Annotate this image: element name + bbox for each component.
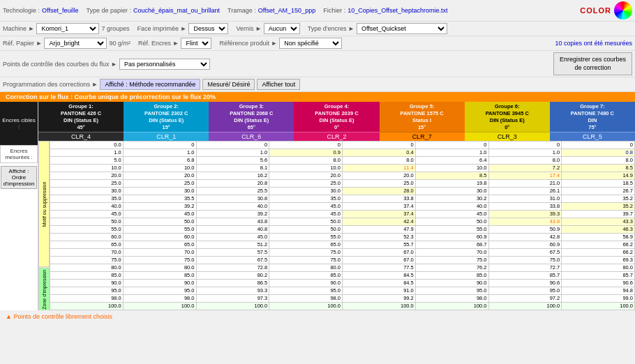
group5-header: Groupe 5:PANTONE 1575 CStatus I15° [380, 102, 465, 132]
group2-header: Groupe 2:PANTONE 2302 CDIN (Status E)15° [124, 102, 209, 132]
table-row: 60.0 60.0 45.0 55.0 52.3 60.9 42.8 58.9 [50, 234, 635, 241]
table-row: 75.0 75.0 67.5 75.0 67.0 75.0 75.0 69.3 [50, 257, 635, 264]
group3-header: Groupe 3:PANTONE 2068 CDIN (Status E)65° [209, 102, 294, 132]
points-label: Points de contrôle des courbes du flux ► [3, 61, 117, 68]
color-groups-row: Groupe 1:PANTONE 426 CDIN (Status E)45° … [38, 102, 635, 141]
data-table-wrapper: 0.0 0 0 0 0 0 0 0 1.0 [50, 141, 635, 310]
group-3: Groupe 3:PANTONE 2068 CDIN (Status E)65°… [209, 102, 294, 141]
table-row: 90.0 90.0 86.5 90.0 84.5 90.0 90.6 90.6 [50, 280, 635, 287]
face-label: Face imprimée ► [137, 25, 186, 32]
prog-label: Programmation des corrections ► [3, 81, 98, 88]
bottom-note: ▲ Points de contrôle librement choisis [0, 310, 635, 323]
technologie-value: Offset_feuille [42, 7, 78, 14]
main-container: Technologie : Offset_feuille Type de pap… [0, 0, 635, 323]
group-4: Groupe 4:PANTONE 2039 CDIN (Status E)0° … [294, 102, 379, 141]
group-2: Groupe 2:PANTONE 2302 CDIN (Status E)15°… [124, 102, 209, 141]
group7-header: Groupe 7:PANTONE 7480 CDIN75° [550, 102, 635, 132]
ref-encres-select[interactable]: Flint [181, 38, 211, 49]
bottom-note-text: ▲ Points de contrôle librement choisis [6, 313, 112, 320]
group-1: Groupe 1:PANTONE 426 CDIN (Status E)45° … [38, 102, 124, 141]
fichier-value: 10_Copies_Offset_heptachromie.txt [348, 7, 447, 14]
save-button[interactable]: Enregistrer ces courbes de correction [553, 52, 632, 75]
table-row: 98.0 98.0 97.3 98.0 99.2 98.0 97.2 99.0 [50, 295, 635, 303]
type-papier-label: Type de papier : [86, 7, 131, 14]
zone-label: Zone d'impression [38, 268, 50, 311]
group3-clr: CLR_6 [209, 132, 294, 141]
color-logo [614, 1, 632, 20]
machine-label: Machine ► [3, 25, 34, 32]
table-row: 35.0 35.5 30.8 35.0 33.8 30.2 31.0 35.2 [50, 195, 635, 203]
header-row2: Machine ► Komori_1 7 groupes Face imprim… [0, 22, 635, 36]
table-row: 45.0 45.0 39.2 45.0 37.4 45.0 39.3 39.7 [50, 211, 635, 218]
header-row3: Réf. Papier ► Arjo_bright 90 g/m² Réf. E… [0, 36, 635, 51]
group4-header: Groupe 4:PANTONE 2039 CDIN (Status E)0° [294, 102, 379, 132]
ref-encres-label: Réf. Encres ► [138, 40, 179, 47]
ref-produit-label: Référence produit ► [219, 40, 277, 47]
group7-clr: CLR_5 [550, 132, 635, 141]
group-6: Groupe 6:PANTONE 3945 CDIN (Status E)0° … [465, 102, 550, 141]
ref-produit-select[interactable]: Non spécifié [279, 38, 342, 49]
header: Technologie : Offset_feuille Type de pap… [0, 0, 635, 92]
copies-msg: 10 copies ont été mesurées [555, 40, 632, 47]
affiche-method-button[interactable]: Affiché : Méthode recommandée [100, 79, 200, 90]
table-row: 70.0 70.0 57.5 75.0 67.0 70.0 67.5 66.2 [50, 249, 635, 257]
table-row: 20.0 20.0 16.2 20.0 20.0 8.5 17.4 14.9 [50, 172, 635, 180]
group6-clr: CLR_3 [465, 132, 550, 141]
table-row: 10.0 10.0 8.1 10.0 11.4 10.0 7.2 8.5 [50, 165, 635, 172]
vernis-select[interactable]: Aucun [264, 23, 300, 34]
table-row: 55.0 55.0 40.8 50.0 47.9 55.0 50.9 46.3 [50, 226, 635, 234]
left-labels: Encres cibles : Encres mesurées : Affich… [0, 102, 38, 310]
group-5: Groupe 5:PANTONE 1575 CStatus I15° CLR_7 [380, 102, 465, 141]
table-row: 80.0 80.0 72.8 80.0 77.5 76.2 72.7 80.0 [50, 264, 635, 272]
encres-cibles-label: Encres cibles : [0, 102, 38, 145]
table-row: 95.0 95.0 93.3 95.0 91.0 95.0 95.0 94.8 [50, 287, 635, 295]
header-row5: Programmation des corrections ► Affiché … [0, 77, 635, 92]
table-row: 25.0 25.0 20.8 25.0 25.0 19.8 21.0 18.5 [50, 180, 635, 188]
table-row: 5.0 6.8 5.6 8.0 8.0 6.4 8.0 8.0 [50, 157, 635, 165]
group1-header: Groupe 1:PANTONE 426 CDIN (Status E)45° [38, 102, 124, 132]
table-row: 0.0 0 0 0 0 0 0 0 [50, 142, 635, 149]
table-row: 65.0 65.0 51.2 65.0 55.7 68.7 60.9 66.2 [50, 241, 635, 249]
group5-clr: CLR_7 [380, 132, 465, 141]
table-row: 1.0 1.0 1.0 0.9 0.4 1.0 1.0 0.8 [50, 149, 635, 157]
correction-banner: Correction sur le flux : Courbe unique d… [0, 92, 635, 102]
table-row: 100.0 100.0 100.0 100.0 100.0 100.0 100.… [50, 303, 635, 310]
motif-label: Motif ou suppression [38, 141, 50, 267]
right-content: Groupe 1:PANTONE 426 CDIN (Status E)45° … [38, 102, 635, 310]
table-row: 85.0 85.0 80.2 85.0 84.5 85.0 85.7 85.7 [50, 272, 635, 280]
mesure-desire-button[interactable]: Mesuré/ Désiré [202, 79, 255, 90]
encres-mesures-label: Encres mesurées : [0, 145, 38, 163]
grammage-value: 90 g/m² [109, 40, 130, 47]
header-row4: Points de contrôle des courbes du flux ►… [0, 51, 635, 77]
header-row1: Technologie : Offset_feuille Type de pap… [0, 0, 635, 22]
face-select[interactable]: Dessus [188, 23, 228, 34]
groupes-value: 7 groupes [101, 25, 129, 32]
data-rows-area: Motif ou suppression Zone d'impression 0… [38, 141, 635, 310]
group6-header: Groupe 6:PANTONE 3945 CDIN (Status E)0° [465, 102, 550, 132]
group4-clr: CLR_2 [294, 132, 379, 141]
table-row: 50.0 50.0 43.8 50.0 42.4 50.0 43.8 43.3 [50, 218, 635, 226]
machine-select[interactable]: Komori_1 [36, 23, 99, 34]
type-encres-select[interactable]: Offset_Quickset [357, 23, 447, 34]
table-row: 40.0 39.2 40.0 45.0 37.4 40.0 33.8 35.2 [50, 203, 635, 211]
group-7: Groupe 7:PANTONE 7480 CDIN75° CLR_5 [550, 102, 635, 141]
tramage-value: Offset_AM_150_ppp [258, 7, 315, 14]
side-labels: Motif ou suppression Zone d'impression [38, 141, 50, 310]
technologie-label: Technologie : [3, 7, 40, 14]
ref-papier-select[interactable]: Arjo_bright [44, 38, 107, 49]
main-area: Encres cibles : Encres mesurées : Affich… [0, 102, 635, 310]
vernis-label: Vernis ► [236, 25, 261, 32]
ref-papier-label: Réf. Papier ► [3, 40, 42, 47]
data-table: 0.0 0 0 0 0 0 0 0 1.0 [50, 141, 635, 310]
ordre-button[interactable]: Affiché : Ordre d'impression [1, 166, 38, 189]
affiche-tout-button[interactable]: Afficher tout [257, 79, 300, 90]
type-papier-value: Couché_épais_mat_ou_brillant [133, 7, 220, 14]
table-row: 30.0 30.0 25.5 30.0 28.0 30.0 26.1 26.7 [50, 188, 635, 195]
fichier-label: Fichier : [323, 7, 345, 14]
type-encres-label: Type d'encres ► [308, 25, 354, 32]
group1-clr: CLR_4 [38, 132, 124, 141]
group2-clr: CLR_1 [124, 132, 209, 141]
color-logo-text: COLOR [580, 6, 611, 15]
tramage-label: Tramage : [227, 7, 256, 14]
points-select[interactable]: Pas personnalisés [119, 59, 210, 70]
